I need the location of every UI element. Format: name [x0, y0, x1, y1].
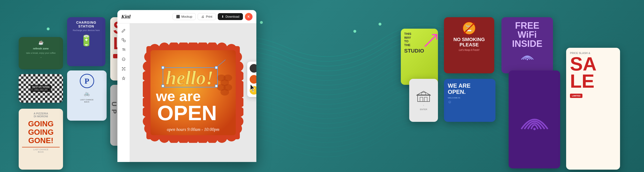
svg-text:hello!: hello!	[166, 67, 214, 89]
svg-text:OPEN: OPEN	[157, 101, 217, 125]
editor-window: Kittl ⬛ Mockup 🖨 Print ⬇ Download K	[118, 10, 256, 162]
svg-point-68	[220, 89, 229, 95]
green-dot-4	[378, 23, 382, 26]
editor-body: Tt	[118, 23, 256, 162]
print-button[interactable]: 🖨 Print	[198, 13, 216, 20]
svg-text:open hours 9:00am - 10:00pm: open hours 9:00am - 10:00pm	[167, 127, 220, 132]
bg-card-charging: CHARGINGSTATION Recharge your devices he…	[67, 17, 106, 66]
svg-rect-77	[162, 85, 164, 87]
tool-elements[interactable]	[119, 55, 128, 64]
bg-card-no-smoking: 🚬 NO SMOKINGPLEASE Let's Keep it Fresh!	[444, 17, 494, 73]
user-avatar[interactable]: K	[245, 13, 252, 20]
we-are-open-blue-text: WE AREOPEN.	[448, 83, 492, 95]
canvas-area[interactable]: hello! hello! we are OPEN open hours 9:0…	[130, 23, 256, 162]
svg-rect-12	[124, 40, 125, 42]
download-button[interactable]: ⬇ Download	[218, 13, 243, 20]
svg-point-4	[526, 59, 528, 60]
mockup-icon: ⬛	[176, 15, 180, 18]
mouse-cursor	[250, 84, 256, 93]
bg-card-sale-right: PRICE SLASH & SALE LIMITED	[566, 48, 620, 170]
svg-rect-7	[420, 97, 423, 101]
svg-rect-8	[424, 97, 427, 101]
svg-point-15	[122, 67, 123, 68]
bg-card-we-are-open-blue: WE AREOPEN. WELCOME IN ☺	[444, 79, 496, 122]
tool-effects[interactable]	[119, 65, 128, 73]
svg-point-17	[122, 70, 123, 71]
editor-header: Kittl ⬛ Mockup 🖨 Print ⬇ Download K	[118, 10, 256, 23]
svg-rect-9	[422, 92, 426, 95]
svg-point-23	[124, 70, 124, 70]
bg-card-building: ↓ ENTER	[409, 79, 438, 122]
no-smoking-title: NO SMOKINGPLEASE	[453, 37, 485, 47]
svg-rect-5	[418, 95, 430, 101]
color-swatch-dark[interactable]	[250, 64, 256, 73]
svg-point-10	[533, 128, 536, 130]
free-wifi-title: FREEWiFiINSIDE	[512, 21, 542, 48]
svg-point-22	[124, 67, 124, 68]
tool-ai[interactable]	[119, 74, 128, 83]
green-dot-3	[354, 30, 356, 33]
svg-point-18	[124, 70, 125, 71]
tool-text[interactable]: Tt	[119, 45, 128, 54]
bg-card-this-way: THISWAYTOTHE STUDIO	[401, 29, 438, 85]
header-buttons: ⬛ Mockup 🖨 Print ⬇ Download K	[172, 13, 252, 20]
tool-edit[interactable]	[119, 26, 128, 35]
green-dot-2	[260, 21, 263, 24]
svg-point-21	[124, 69, 125, 69]
download-icon: ⬇	[222, 15, 224, 18]
kittl-logo: Kittl	[121, 14, 130, 20]
svg-rect-78	[215, 85, 218, 87]
tools-sidebar: Tt	[118, 23, 130, 162]
bg-card-wifi-purple	[509, 71, 560, 169]
mockup-button[interactable]: ⬛ Mockup	[172, 13, 196, 20]
bg-card-parking: P 🚲 LAST CHANCEBACK	[67, 71, 106, 121]
green-dot-1	[47, 27, 50, 30]
svg-marker-80	[250, 84, 255, 92]
print-icon: 🖨	[201, 15, 204, 18]
svg-rect-75	[162, 66, 164, 69]
bg-card-free-wifi: FREEWiFiINSIDE	[502, 17, 553, 73]
svg-rect-76	[215, 66, 218, 69]
bg-card-checkerboard: BEST IN TOWNFROM NAPLES	[19, 74, 63, 103]
svg-point-19	[123, 68, 124, 69]
refresh-zone-title: refresh zone	[33, 47, 49, 50]
bg-card-pizzeria: A PIZZERIA DI MORONI GOINGGOINGGONE! LAS…	[19, 109, 63, 170]
tool-shapes[interactable]	[119, 36, 128, 44]
svg-point-20	[122, 69, 123, 69]
svg-text:Tt: Tt	[122, 48, 126, 52]
svg-rect-11	[122, 38, 124, 40]
svg-point-16	[124, 67, 125, 68]
charging-title: CHARGINGSTATION	[70, 20, 102, 28]
svg-line-0	[425, 35, 437, 47]
color-swatch-orange[interactable]	[250, 75, 256, 84]
sign-design: hello! hello! we are OPEN open hours 9:0…	[143, 43, 244, 143]
bg-card-refresh: ☕ refresh zone take a break, enjoy your …	[19, 37, 63, 69]
